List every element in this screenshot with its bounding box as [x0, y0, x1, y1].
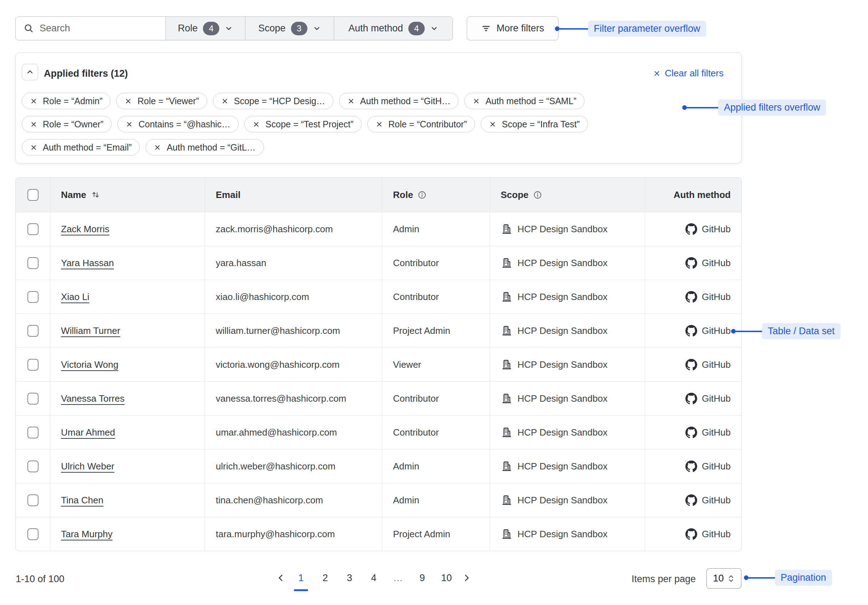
user-name-link[interactable]: Umar Ahmed: [61, 427, 115, 438]
user-auth-method: GitHub: [702, 258, 731, 268]
search-placeholder: Search: [40, 23, 70, 34]
user-name-link[interactable]: Ulrich Weber: [61, 461, 115, 472]
row-select-cell: [16, 314, 50, 347]
row-checkbox[interactable]: [28, 495, 39, 506]
applied-filter-chip[interactable]: Auth method = “GitL…: [146, 139, 264, 155]
scope-cell: HCP Design Sandbox: [490, 348, 645, 381]
next-page-button[interactable]: [459, 569, 474, 586]
user-name-link[interactable]: Tara Murphy: [61, 529, 113, 540]
remove-filter-icon[interactable]: [473, 98, 480, 105]
user-scope: HCP Design Sandbox: [518, 529, 607, 540]
select-all-checkbox[interactable]: [28, 189, 39, 201]
remove-filter-icon[interactable]: [221, 98, 229, 105]
user-auth-method: GitHub: [702, 461, 731, 472]
remove-filter-icon[interactable]: [253, 121, 260, 128]
annotation-connector: [749, 577, 775, 579]
user-scope: HCP Design Sandbox: [518, 495, 607, 506]
filter-dropdown[interactable]: Scope 3: [245, 17, 334, 40]
name-cell: Ulrich Weber: [50, 450, 205, 483]
applied-filter-chip[interactable]: Scope = “HCP Desig…: [213, 93, 333, 109]
applied-filter-chip[interactable]: Auth method = “Email”: [22, 139, 140, 155]
info-circle-icon[interactable]: [533, 191, 542, 199]
row-checkbox[interactable]: [28, 528, 39, 540]
applied-filter-chip[interactable]: Auth method = “SAML”: [464, 93, 584, 109]
org-building-icon: [501, 392, 513, 405]
items-per-page-value: 10: [713, 573, 724, 584]
remove-filter-icon[interactable]: [30, 98, 37, 105]
filter-dropdown-label: Scope: [258, 23, 286, 34]
chip-label: Auth method = “GitH…: [360, 96, 451, 106]
column-header-role: Role: [382, 178, 490, 212]
annotation-dot: [744, 576, 749, 580]
applied-filter-chip[interactable]: Scope = “Test Project”: [244, 116, 362, 132]
page-number: …: [393, 572, 403, 583]
filter-dropdown[interactable]: Role 4: [166, 17, 245, 40]
items-per-page-select[interactable]: 10: [707, 568, 741, 589]
remove-filter-icon[interactable]: [126, 121, 133, 128]
row-checkbox[interactable]: [28, 393, 39, 405]
info-circle-icon[interactable]: [418, 191, 426, 199]
table-row: Zack Morris zack.morris@hashicorp.com Ad…: [16, 212, 741, 246]
row-checkbox[interactable]: [28, 359, 39, 371]
row-checkbox[interactable]: [28, 325, 39, 337]
row-checkbox[interactable]: [28, 461, 39, 472]
remove-filter-icon[interactable]: [489, 121, 496, 128]
remove-filter-icon[interactable]: [30, 144, 37, 151]
row-checkbox[interactable]: [28, 257, 39, 269]
column-header-name[interactable]: Name: [50, 178, 205, 212]
pagination-page[interactable]: 4: [365, 569, 382, 586]
applied-filter-chip[interactable]: Auth method = “GitH…: [339, 93, 459, 109]
remove-filter-icon[interactable]: [124, 98, 132, 105]
user-name-link[interactable]: Xiao Li: [61, 292, 90, 302]
remove-filter-icon[interactable]: [375, 121, 383, 128]
scope-cell: HCP Design Sandbox: [490, 246, 645, 280]
user-name-link[interactable]: Zack Morris: [61, 224, 110, 235]
auth-method-cell: GitHub: [645, 348, 741, 381]
role-cell: Admin: [382, 212, 490, 246]
filter-count-badge: 3: [291, 22, 307, 35]
collapse-toggle-button[interactable]: [22, 64, 38, 80]
annotation-label: Pagination: [775, 570, 832, 586]
pagination-page[interactable]: 10: [438, 569, 455, 586]
user-name-link[interactable]: Vanessa Torres: [61, 393, 124, 404]
applied-filter-chip[interactable]: Scope = “Infra Test”: [481, 116, 588, 132]
previous-page-button[interactable]: [273, 569, 289, 586]
pagination-page[interactable]: 9: [414, 569, 431, 586]
user-role: Admin: [393, 495, 419, 506]
name-cell: Tara Murphy: [50, 517, 205, 551]
column-header-scope: Scope: [490, 178, 645, 212]
user-name-link[interactable]: William Turner: [61, 325, 120, 337]
pagination-page[interactable]: 1: [293, 569, 310, 586]
user-role: Contributor: [393, 393, 439, 404]
user-name-link[interactable]: Victoria Wong: [61, 359, 118, 370]
user-auth-method: GitHub: [702, 529, 731, 540]
annotation-label: Applied filters overflow: [718, 99, 826, 116]
user-name-link[interactable]: Tina Chen: [61, 495, 104, 506]
users-table: Name Email Role Scope: [16, 177, 742, 551]
row-checkbox[interactable]: [28, 291, 39, 303]
remove-filter-icon[interactable]: [30, 121, 37, 128]
applied-filter-chip[interactable]: Role = “Admin”: [22, 93, 110, 109]
sort-arrows-icon[interactable]: [91, 190, 100, 199]
applied-filter-chip[interactable]: Contains = “@hashic…: [117, 116, 239, 132]
row-checkbox[interactable]: [28, 427, 39, 438]
search-input[interactable]: Search: [16, 17, 166, 40]
applied-filter-chip[interactable]: Role = “Viewer”: [116, 93, 207, 109]
remove-filter-icon[interactable]: [154, 144, 161, 151]
pagination-page[interactable]: 3: [341, 569, 358, 586]
annotation-dot: [731, 329, 736, 334]
applied-filter-chip[interactable]: Role = “Contributor”: [367, 116, 475, 132]
row-checkbox[interactable]: [28, 223, 39, 235]
pagination-page[interactable]: 2: [317, 569, 334, 586]
name-cell: Zack Morris: [50, 212, 205, 246]
row-select-cell: [16, 450, 50, 483]
remove-filter-icon[interactable]: [347, 98, 355, 105]
select-all-cell: [16, 178, 50, 212]
auth-method-cell: GitHub: [645, 280, 741, 313]
more-filters-button[interactable]: More filters: [467, 16, 558, 40]
name-cell: Umar Ahmed: [50, 416, 205, 449]
applied-filter-chip[interactable]: Role = “Owner”: [22, 116, 112, 132]
user-name-link[interactable]: Yara Hassan: [61, 258, 114, 268]
clear-all-filters-button[interactable]: Clear all filters: [653, 68, 724, 79]
filter-dropdown[interactable]: Auth method 4: [334, 17, 453, 40]
